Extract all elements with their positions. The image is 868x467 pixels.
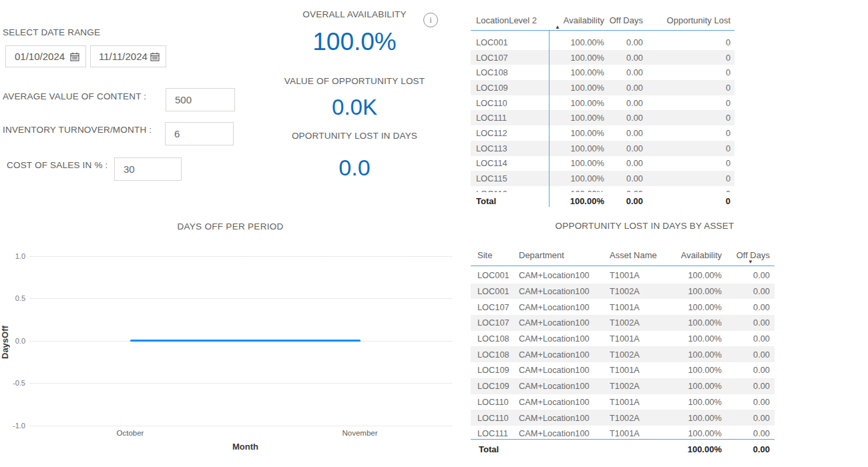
- calendar-icon: [150, 52, 160, 61]
- cell-site: LOC001: [471, 268, 519, 284]
- table-row[interactable]: LOC109 CAM+Location100 T1002A 100.00% 0.…: [471, 378, 775, 394]
- table-scroll-area[interactable]: LOC001 100.00% 0.00 0 LOC107 100.00% 0.0…: [471, 31, 734, 192]
- days-off-series-line[interactable]: [130, 340, 361, 342]
- cell-availability: 100.00%: [668, 378, 725, 394]
- cell-location: LOC112: [471, 125, 549, 141]
- table-row[interactable]: LOC108 100.00% 0.00 0: [471, 65, 734, 80]
- y-axis-title: DaysOff: [0, 312, 11, 372]
- opportunity-lost-in-days-label: OPORTUNITY LOST IN DAYS: [267, 131, 442, 141]
- gridline: [30, 298, 452, 299]
- table-row[interactable]: LOC113 100.00% 0.00 0: [471, 141, 734, 156]
- cell-department: CAM+Location100: [519, 410, 610, 426]
- column-header-site[interactable]: Site: [471, 245, 519, 266]
- column-header-asset-name[interactable]: Asset Name: [610, 245, 668, 266]
- cell-off-days: 0.00: [725, 268, 775, 284]
- cell-site: LOC110: [471, 394, 519, 410]
- cell-availability: 100.00%: [549, 171, 608, 186]
- cell-opportunity-lost: 0: [646, 156, 734, 171]
- value-of-opportunity-lost-label: VALUE OF OPPORTUNITY LOST: [267, 76, 442, 86]
- cell-off-days: 0.00: [725, 426, 775, 439]
- info-icon[interactable]: i: [423, 13, 438, 27]
- inventory-turnover-input[interactable]: [165, 122, 234, 145]
- cell-location: LOC109: [471, 80, 549, 95]
- opportunity-lost-in-days-value: 0.0: [267, 155, 442, 181]
- cell-site: LOC111: [471, 426, 519, 439]
- cell-off-days: 0.00: [608, 50, 646, 65]
- cell-off-days: 0.00: [608, 80, 646, 95]
- cell-availability: 100.00%: [668, 362, 725, 378]
- cell-department: CAM+Location100: [519, 299, 610, 315]
- cell-off-days: 0.00: [725, 394, 775, 410]
- column-header-off-days[interactable]: Off Days: [608, 10, 646, 30]
- column-header-department[interactable]: Department: [519, 245, 610, 266]
- date-from-value: 01/10/2024: [15, 51, 65, 62]
- cell-availability: 100.00%: [668, 299, 725, 315]
- cost-of-sales-label: COST OF SALES IN % :: [7, 160, 108, 170]
- location-availability-table: LocationLevel 2 Availability Off Days Op…: [471, 10, 734, 208]
- cell-off-days: 0.00: [608, 110, 646, 125]
- table-row[interactable]: LOC109 100.00% 0.00 0: [471, 80, 734, 95]
- column-header-locationlevel2[interactable]: LocationLevel 2: [471, 10, 549, 30]
- table-row[interactable]: LOC109 CAM+Location100 T1001A 100.00% 0.…: [471, 362, 775, 378]
- cell-off-days: 0.00: [725, 315, 775, 331]
- date-from-field[interactable]: 01/10/2024: [5, 45, 86, 67]
- cell-asset-name: T1001A: [610, 331, 668, 347]
- cell-department: CAM+Location100: [519, 394, 610, 410]
- cell-off-days: 0.00: [608, 141, 646, 156]
- y-tick-label: -0.5: [0, 379, 25, 387]
- table-row[interactable]: LOC108 CAM+Location100 T1001A 100.00% 0.…: [471, 331, 775, 347]
- table-row[interactable]: LOC114 100.00% 0.00 0: [471, 156, 734, 171]
- total-availability: 100.00%: [549, 193, 608, 208]
- table-row[interactable]: LOC110 CAM+Location100 T1001A 100.00% 0.…: [471, 394, 775, 410]
- table-row[interactable]: LOC001 100.00% 0.00 0: [471, 35, 734, 50]
- table-row[interactable]: LOC108 CAM+Location100 T1002A 100.00% 0.…: [471, 346, 775, 362]
- cell-location: LOC001: [471, 35, 549, 50]
- table-row[interactable]: LOC111 CAM+Location100 T1001A 100.00% 0.…: [471, 426, 775, 439]
- table-row[interactable]: LOC111 100.00% 0.00 0: [471, 110, 734, 125]
- cell-availability: 100.00%: [549, 95, 608, 111]
- sort-descending-icon: ▼: [748, 260, 753, 265]
- cell-off-days: 0.00: [608, 156, 646, 171]
- table-row[interactable]: LOC112 100.00% 0.00 0: [471, 125, 734, 141]
- cell-availability: 100.00%: [549, 125, 608, 141]
- cell-site: LOC108: [471, 346, 519, 362]
- cell-off-days: 0.00: [608, 125, 646, 141]
- cell-asset-name: T1001A: [610, 268, 668, 284]
- x-tick-label: October: [100, 429, 160, 437]
- cell-department: CAM+Location100: [519, 331, 610, 347]
- cell-location: LOC110: [471, 95, 549, 111]
- table-row[interactable]: LOC116 100.00% 0.00 0: [471, 186, 734, 192]
- cell-availability: 100.00%: [668, 394, 725, 410]
- cell-site: LOC109: [471, 378, 519, 394]
- table-row[interactable]: LOC115 100.00% 0.00 0: [471, 171, 734, 186]
- table-row[interactable]: LOC001 CAM+Location100 T1001A 100.00% 0.…: [471, 268, 775, 284]
- table-row[interactable]: LOC107 CAM+Location100 T1002A 100.00% 0.…: [471, 315, 775, 331]
- total-separator: [471, 439, 775, 440]
- cell-off-days: 0.00: [725, 331, 775, 347]
- cell-availability: 100.00%: [668, 268, 725, 284]
- table-row[interactable]: LOC001 CAM+Location100 T1002A 100.00% 0.…: [471, 284, 775, 300]
- cell-location: LOC114: [471, 156, 549, 171]
- table-row[interactable]: LOC110 100.00% 0.00 0: [471, 95, 734, 111]
- opportunity-lost-by-asset-table: OPPORTUNITY LOST IN DAYS BY ASSET Site D…: [471, 217, 775, 467]
- cell-site: LOC107: [471, 299, 519, 315]
- cell-availability: 100.00%: [668, 284, 725, 300]
- cell-off-days: 0.00: [725, 378, 775, 394]
- cost-of-sales-input[interactable]: [114, 157, 182, 181]
- cell-department: CAM+Location100: [519, 362, 610, 378]
- date-to-field[interactable]: 11/11/2024: [90, 45, 166, 67]
- sort-ascending-icon: ▲: [555, 25, 560, 30]
- cell-asset-name: T1001A: [610, 299, 668, 315]
- cell-availability: 100.00%: [668, 410, 725, 426]
- column-header-availability[interactable]: Availability: [668, 245, 725, 266]
- table-scroll-area[interactable]: LOC001 CAM+Location100 T1001A 100.00% 0.…: [471, 268, 775, 439]
- column-header-opportunity-lost[interactable]: Opportunity Lost: [646, 10, 734, 30]
- cell-off-days: 0.00: [725, 410, 775, 426]
- table-row[interactable]: LOC110 CAM+Location100 T1002A 100.00% 0.…: [471, 410, 775, 426]
- table-row[interactable]: LOC107 CAM+Location100 T1001A 100.00% 0.…: [471, 299, 775, 315]
- average-value-input[interactable]: [166, 88, 235, 111]
- kpi-panel: OVERALL AVAILABILITY 100.0% VALUE OF OPP…: [267, 0, 442, 200]
- table-row[interactable]: LOC107 100.00% 0.00 0: [471, 50, 734, 65]
- total-opportunity-lost: 0: [646, 193, 734, 208]
- gridline: [30, 256, 452, 257]
